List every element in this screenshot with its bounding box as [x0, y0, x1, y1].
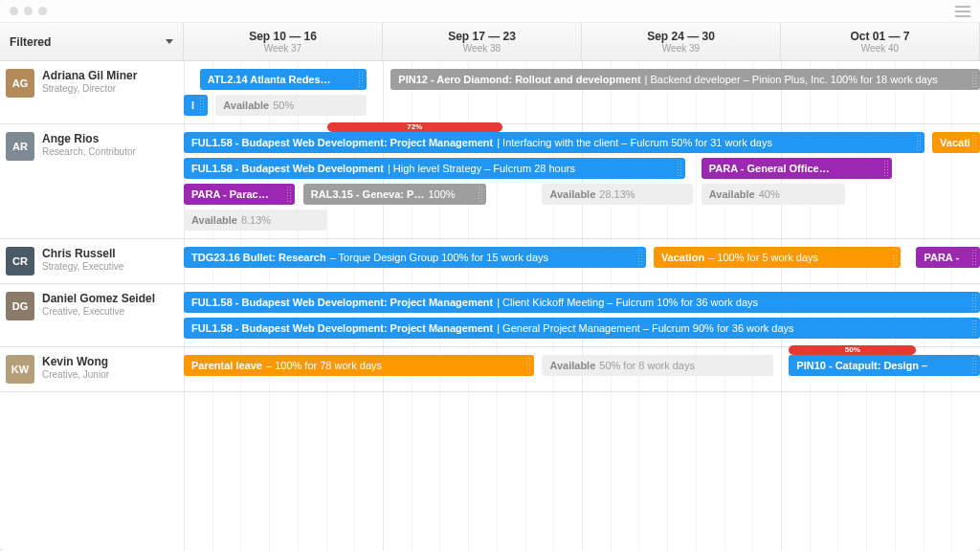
allocation-bar[interactable]: Available 28.13%: [542, 184, 693, 205]
bar-detail: – Torque Design Group 100% for 15 work d…: [330, 252, 548, 263]
menu-icon[interactable]: [955, 6, 970, 17]
person-cell[interactable]: KWKevin WongCreative, Junior: [0, 347, 184, 391]
week-column[interactable]: Oct 01 — 7Week 40: [781, 23, 980, 60]
bar-detail: 8.13%: [241, 214, 271, 226]
person-name: Kevin Wong: [42, 355, 109, 369]
avatar: DG: [6, 292, 34, 320]
person-subtitle: Strategy, Executive: [42, 261, 123, 274]
schedule-lane: FUL1.58 - Budapest Web Development: Proj…: [184, 284, 980, 346]
person-name: Daniel Gomez Seidel: [42, 292, 155, 306]
allocation-bar[interactable]: ATL2.14 Atlanta Redes…: [200, 69, 368, 90]
allocation-bar[interactable]: FUL1.58 - Budapest Web Development: Proj…: [184, 292, 980, 313]
allocation-bar[interactable]: FUL1.58 - Budapest Web Development | Hig…: [184, 158, 685, 179]
bar-title: Available: [191, 214, 237, 226]
bar-title: FUL1.58 - Budapest Web Development: Proj…: [191, 297, 493, 308]
bar-detail: | Backend developer – Pinion Plus, Inc. …: [645, 74, 938, 85]
resize-handle-icon[interactable]: [525, 357, 531, 374]
week-column[interactable]: Sep 17 — 23Week 38: [383, 23, 582, 60]
allocation-bar[interactable]: I: [184, 95, 208, 116]
person-subtitle: Research, Contributor: [42, 146, 136, 159]
resize-handle-icon[interactable]: [199, 97, 205, 114]
week-column[interactable]: Sep 24 — 30Week 39: [582, 23, 781, 60]
allocation-bar[interactable]: Parental leave – 100% for 78 work days: [184, 355, 534, 376]
person-name: Ange Rios: [42, 132, 136, 146]
bar-detail: | General Project Management – Fulcrum 9…: [497, 322, 793, 334]
week-number: Week 37: [264, 43, 301, 54]
resize-handle-icon[interactable]: [358, 71, 364, 88]
allocation-bar[interactable]: Available 50%: [215, 95, 367, 116]
resize-handle-icon[interactable]: [971, 71, 977, 88]
allocation-bar[interactable]: Vacation – 100% for 5 work days: [654, 247, 901, 268]
filter-dropdown[interactable]: Filtered: [0, 23, 184, 60]
bar-detail: 40%: [759, 188, 780, 200]
resize-handle-icon[interactable]: [677, 160, 682, 177]
person-row: AGAdriana Gil MinerStrategy, DirectorATL…: [0, 61, 980, 124]
bar-title: PIN12 - Aero Diamond: Rollout and develo…: [398, 74, 640, 85]
resize-handle-icon[interactable]: [892, 249, 898, 266]
resize-handle-icon[interactable]: [637, 249, 643, 266]
resize-handle-icon[interactable]: [916, 134, 922, 151]
bar-title: RAL3.15 - Geneva: P…: [311, 188, 425, 200]
allocation-bar[interactable]: Available 50% for 8 work days: [542, 355, 772, 376]
person-cell[interactable]: ARAnge RiosResearch, Contributor: [0, 124, 184, 238]
bar-detail: – 100% for 5 work days: [708, 252, 818, 263]
bar-title: Vacati: [940, 137, 970, 148]
allocation-bar[interactable]: RAL3.15 - Geneva: P…100%: [303, 184, 486, 205]
bar-detail: 28.13%: [599, 188, 635, 200]
bar-title: FUL1.58 - Budapest Web Development: Proj…: [191, 137, 493, 148]
bar-title: Available: [223, 99, 269, 111]
filter-label: Filtered: [10, 35, 51, 49]
allocation-bar[interactable]: FUL1.58 - Budapest Web Development: Proj…: [184, 132, 924, 153]
allocation-bar[interactable]: PIN10 - Catapult: Design –: [789, 355, 980, 376]
resize-handle-icon[interactable]: [971, 249, 977, 266]
avatar: KW: [6, 355, 34, 384]
resize-handle-icon[interactable]: [478, 186, 483, 203]
allocation-bar[interactable]: TDG23.16 Bullet: Research – Torque Desig…: [184, 247, 646, 268]
bar-title: Available: [549, 360, 595, 371]
track: ATL2.14 Atlanta Redes…PIN12 - Aero Diamo…: [184, 69, 980, 90]
resize-handle-icon[interactable]: [971, 357, 977, 374]
resize-handle-icon[interactable]: [286, 186, 292, 203]
allocation-bar[interactable]: Available 40%: [702, 184, 845, 205]
schedule-lane: ATL2.14 Atlanta Redes…PIN12 - Aero Diamo…: [184, 61, 980, 123]
bar-title: PARA -: [924, 252, 959, 263]
week-number: Week 40: [861, 43, 899, 54]
person-cell[interactable]: CRChris RussellStrategy, Executive: [0, 239, 184, 283]
bar-detail: | Interfacing with the client – Fulcrum …: [497, 137, 772, 148]
bar-detail: 50%: [273, 99, 294, 111]
bar-title: PARA - General Office…: [709, 163, 830, 174]
week-range: Oct 01 — 7: [850, 30, 909, 43]
app-window: Filtered Sep 10 — 16Week 37Sep 17 — 23We…: [0, 0, 980, 551]
track: TDG23.16 Bullet: Research – Torque Desig…: [184, 247, 980, 268]
allocation-bar[interactable]: PARA -: [916, 247, 980, 268]
allocation-bar[interactable]: PIN12 - Aero Diamond: Rollout and develo…: [390, 69, 980, 90]
person-row: CRChris RussellStrategy, ExecutiveTDG23.…: [0, 239, 980, 284]
person-cell[interactable]: AGAdriana Gil MinerStrategy, Director: [0, 61, 184, 123]
bar-title: I: [191, 99, 194, 111]
bar-title: FUL1.58 - Budapest Web Development: Proj…: [191, 322, 493, 334]
window-traffic-lights: [10, 7, 47, 15]
allocation-bar[interactable]: Available 8.13%: [184, 209, 327, 231]
avatar: AR: [6, 132, 34, 161]
schedule-lane: 50%Parental leave – 100% for 78 work day…: [184, 347, 980, 391]
schedule-app: Filtered Sep 10 — 16Week 37Sep 17 — 23We…: [0, 23, 980, 551]
resize-handle-icon[interactable]: [971, 320, 977, 337]
header-row: Filtered Sep 10 — 16Week 37Sep 17 — 23We…: [0, 23, 980, 61]
week-column[interactable]: Sep 10 — 16Week 37: [184, 23, 383, 60]
person-subtitle: Strategy, Director: [42, 83, 137, 96]
allocation-bar[interactable]: FUL1.58 - Budapest Web Development: Proj…: [184, 318, 980, 339]
person-cell[interactable]: DGDaniel Gomez SeidelCreative, Executive: [0, 284, 184, 346]
bar-detail: – 100% for 78 work days: [266, 360, 382, 371]
week-range: Sep 17 — 23: [448, 30, 516, 43]
resize-handle-icon[interactable]: [883, 160, 889, 177]
bar-title: Available: [709, 188, 755, 200]
allocation-bar[interactable]: PARA - Parac…: [184, 184, 295, 205]
chevron-down-icon: [166, 39, 173, 44]
allocation-bar[interactable]: PARA - General Office…: [702, 158, 893, 179]
utilization-badge: 72%: [327, 122, 502, 132]
allocation-bar[interactable]: Vacati: [932, 132, 980, 153]
resize-handle-icon[interactable]: [971, 294, 977, 311]
bar-detail: 100%: [428, 188, 455, 200]
resize-handle-icon[interactable]: [971, 134, 977, 151]
schedule-body: AGAdriana Gil MinerStrategy, DirectorATL…: [0, 61, 980, 551]
